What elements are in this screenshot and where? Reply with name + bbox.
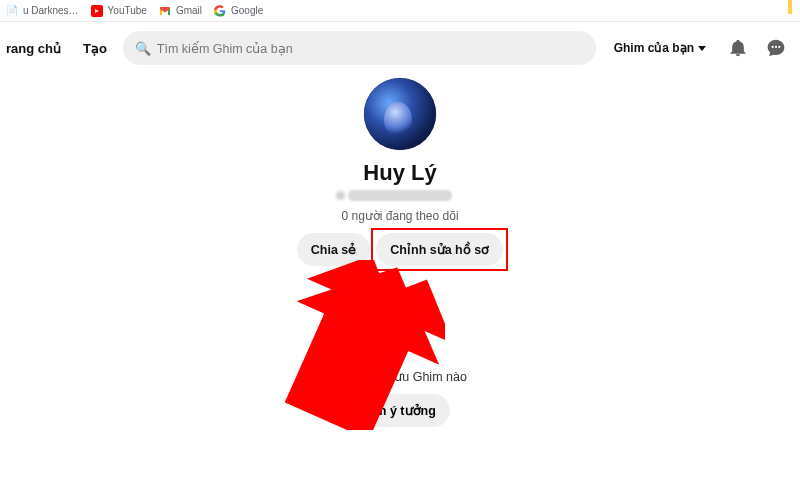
find-ideas-button[interactable]: Tìm ý tưởng <box>350 394 450 427</box>
empty-state-message: Bạn chưa lưu Ghim nào <box>333 369 467 384</box>
search-icon: 🔍 <box>135 41 151 56</box>
chat-icon <box>766 38 786 58</box>
notifications-button[interactable] <box>724 34 752 62</box>
profile-name: Huy Lý <box>363 160 436 186</box>
bookmark-google[interactable]: Google <box>214 5 263 17</box>
nav-home[interactable]: rang chủ <box>0 33 67 64</box>
profile-section: Huy Lý 0 người đang theo dõi Chia sẻ Chỉ… <box>0 78 800 427</box>
profile-action-row: Chia sẻ Chỉnh sửa hồ sơ <box>297 233 503 266</box>
browser-indicator <box>788 0 792 14</box>
pin-filter-label: Ghim của bạn <box>614 41 694 55</box>
bookmark-label: u Darknes… <box>23 5 79 16</box>
share-button[interactable]: Chia sẻ <box>297 233 371 266</box>
page-icon: 📄 <box>6 5 18 17</box>
tab-saved[interactable]: Đã lưu <box>395 292 435 313</box>
nav-create[interactable]: Tạo <box>77 33 113 64</box>
avatar[interactable] <box>364 78 436 150</box>
profile-handle-blurred <box>348 190 452 201</box>
tab-created[interactable]: o <box>365 292 373 313</box>
youtube-icon <box>91 5 103 17</box>
edit-profile-button[interactable]: Chỉnh sửa hồ sơ <box>376 233 503 266</box>
bookmark-label: Google <box>231 5 263 16</box>
bell-icon <box>728 38 748 58</box>
pin-filter-dropdown[interactable]: Ghim của bạn <box>606 35 714 61</box>
messages-button[interactable] <box>762 34 790 62</box>
chevron-down-icon <box>698 46 706 51</box>
app-topbar: rang chủ Tạo 🔍 Tìm kiếm Ghim của bạn Ghi… <box>0 22 800 74</box>
gmail-icon <box>159 5 171 17</box>
bookmark-gmail[interactable]: Gmail <box>159 5 202 17</box>
bookmark-darkness[interactable]: 📄 u Darknes… <box>6 5 79 17</box>
profile-tabs: o Đã lưu <box>365 292 435 313</box>
browser-bookmark-bar: 📄 u Darknes… YouTube Gmail Google <box>0 0 800 22</box>
bookmark-youtube[interactable]: YouTube <box>91 5 147 17</box>
google-icon <box>214 5 226 17</box>
bookmark-label: Gmail <box>176 5 202 16</box>
followers-count: 0 người đang theo dõi <box>341 209 458 223</box>
bookmark-label: YouTube <box>108 5 147 16</box>
search-placeholder: Tìm kiếm Ghim của bạn <box>157 41 293 56</box>
search-input[interactable]: 🔍 Tìm kiếm Ghim của bạn <box>123 31 596 65</box>
